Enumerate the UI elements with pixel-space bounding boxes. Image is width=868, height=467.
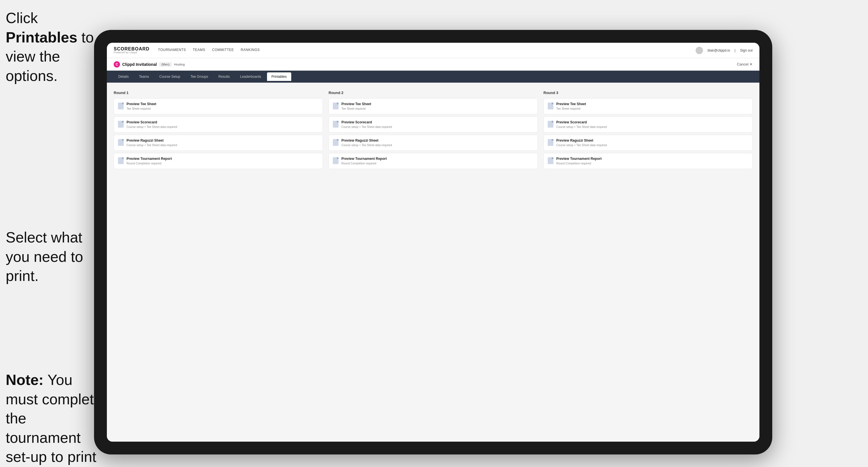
nav-links: TOURNAMENTS TEAMS COMMITTEE RANKINGS bbox=[158, 48, 260, 53]
card-title: Preview Raguzzi Sheet bbox=[126, 138, 318, 143]
round-2-cards: Preview Tee Sheet Tee Sheet required Pre… bbox=[329, 98, 538, 169]
card-title: Preview Raguzzi Sheet bbox=[341, 138, 533, 143]
round-2-title: Round 2 bbox=[329, 91, 538, 95]
round-2-section: Round 2 Preview Tee Sheet Tee Sheet requ… bbox=[329, 91, 538, 169]
card-text: Preview Tee Sheet Tee Sheet required bbox=[341, 102, 533, 111]
sub-header: C Clippd Invitational (Men) Hosting Canc… bbox=[107, 58, 760, 71]
card-title: Preview Scorecard bbox=[126, 120, 318, 124]
card-text: Preview Scorecard Course setup + Tee She… bbox=[341, 120, 533, 129]
tournament-title: C Clippd Invitational (Men) Hosting bbox=[114, 61, 185, 67]
card-subtitle: Course setup + Tee Sheet data required bbox=[556, 125, 748, 129]
card-title: Preview Tournament Report bbox=[126, 157, 318, 161]
round-3-scorecard[interactable]: Preview Scorecard Course setup + Tee She… bbox=[544, 117, 752, 132]
printables-bold: Printables bbox=[6, 29, 77, 45]
card-text: Preview Scorecard Course setup + Tee She… bbox=[126, 120, 318, 129]
round-1-raguzzi[interactable]: Preview Raguzzi Sheet Course setup + Tee… bbox=[114, 135, 323, 151]
tab-leaderboards[interactable]: Leaderboards bbox=[236, 72, 266, 81]
card-title: Preview Tee Sheet bbox=[341, 102, 533, 106]
card-title: Preview Tournament Report bbox=[556, 157, 748, 161]
round-2-tournament-report[interactable]: Preview Tournament Report Round Completi… bbox=[329, 153, 538, 169]
tab-course-setup[interactable]: Course Setup bbox=[155, 72, 185, 81]
doc-icon bbox=[333, 102, 339, 110]
round-3-cards: Preview Tee Sheet Tee Sheet required Pre… bbox=[544, 98, 752, 169]
card-title: Preview Scorecard bbox=[556, 120, 748, 124]
tab-tee-groups[interactable]: Tee Groups bbox=[186, 72, 213, 81]
nav-left: SCOREBOARD Powered by clippd TOURNAMENTS… bbox=[114, 46, 260, 54]
card-text: Preview Scorecard Course setup + Tee She… bbox=[556, 120, 748, 129]
card-subtitle: Course setup + Tee Sheet data required bbox=[126, 125, 318, 129]
tablet: SCOREBOARD Powered by clippd TOURNAMENTS… bbox=[94, 30, 772, 455]
card-text: Preview Raguzzi Sheet Course setup + Tee… bbox=[556, 138, 748, 147]
instruction-bottom: Note: You must complete the tournament s… bbox=[6, 370, 102, 467]
round-1-title: Round 1 bbox=[114, 91, 323, 95]
nav-teams[interactable]: TEAMS bbox=[193, 48, 206, 53]
round-3-tournament-report[interactable]: Preview Tournament Report Round Completi… bbox=[544, 153, 752, 169]
instruction-middle-text: Select what you need to print. bbox=[6, 229, 83, 284]
card-subtitle: Round Completion required bbox=[126, 161, 318, 165]
round-3-raguzzi[interactable]: Preview Raguzzi Sheet Course setup + Tee… bbox=[544, 135, 752, 151]
round-2-tee-sheet[interactable]: Preview Tee Sheet Tee Sheet required bbox=[329, 98, 538, 114]
note-bold: Note: bbox=[6, 372, 43, 388]
cancel-button[interactable]: Cancel ✕ bbox=[737, 62, 752, 66]
nav-tournaments[interactable]: TOURNAMENTS bbox=[158, 48, 186, 53]
card-text: Preview Raguzzi Sheet Course setup + Tee… bbox=[341, 138, 533, 147]
separator: | bbox=[735, 49, 736, 53]
card-subtitle: Tee Sheet required bbox=[126, 107, 318, 111]
card-text: Preview Raguzzi Sheet Course setup + Tee… bbox=[126, 138, 318, 147]
brand: SCOREBOARD Powered by clippd bbox=[114, 46, 150, 54]
doc-icon bbox=[118, 102, 124, 110]
doc-icon bbox=[333, 121, 339, 128]
doc-icon bbox=[548, 157, 553, 164]
doc-icon bbox=[118, 139, 124, 146]
round-3-tee-sheet[interactable]: Preview Tee Sheet Tee Sheet required bbox=[544, 98, 752, 114]
card-subtitle: Course setup + Tee Sheet data required bbox=[341, 143, 533, 147]
doc-icon bbox=[118, 121, 124, 128]
sign-out-link[interactable]: Sign out bbox=[740, 49, 752, 53]
tab-nav: Details Teams Course Setup Tee Groups Re… bbox=[107, 71, 760, 83]
doc-icon bbox=[548, 121, 553, 128]
card-subtitle: Course setup + Tee Sheet data required bbox=[126, 143, 318, 147]
user-avatar bbox=[695, 47, 703, 54]
card-title: Preview Tournament Report bbox=[341, 157, 533, 161]
doc-icon bbox=[333, 157, 339, 164]
doc-icon bbox=[118, 157, 124, 164]
card-subtitle: Round Completion required bbox=[556, 161, 748, 165]
round-3-section: Round 3 Preview Tee Sheet Tee Sheet requ… bbox=[544, 91, 752, 169]
doc-icon bbox=[548, 139, 553, 146]
card-subtitle: Course setup + Tee Sheet data required bbox=[556, 143, 748, 147]
tab-teams[interactable]: Teams bbox=[134, 72, 154, 81]
card-subtitle: Course setup + Tee Sheet data required bbox=[341, 125, 533, 129]
instruction-top: Click Printables to view the options. bbox=[6, 8, 97, 86]
rounds-grid: Round 1 Preview Tee Sheet Tee Sheet requ… bbox=[114, 91, 752, 169]
card-subtitle: Tee Sheet required bbox=[341, 107, 533, 111]
tab-printables[interactable]: Printables bbox=[267, 72, 291, 81]
card-subtitle: Round Completion required bbox=[341, 161, 533, 165]
tab-details[interactable]: Details bbox=[114, 72, 133, 81]
tab-results[interactable]: Results bbox=[214, 72, 234, 81]
main-content: Round 1 Preview Tee Sheet Tee Sheet requ… bbox=[107, 83, 760, 442]
nav-committee[interactable]: COMMITTEE bbox=[212, 48, 234, 53]
card-title: Preview Raguzzi Sheet bbox=[556, 138, 748, 143]
tournament-logo: C bbox=[114, 61, 120, 67]
brand-sub: Powered by clippd bbox=[114, 51, 150, 54]
round-3-title: Round 3 bbox=[544, 91, 752, 95]
brand-title: SCOREBOARD bbox=[114, 46, 150, 52]
tournament-name: Clippd Invitational bbox=[122, 62, 157, 67]
card-text: Preview Tournament Report Round Completi… bbox=[126, 157, 318, 165]
round-2-scorecard[interactable]: Preview Scorecard Course setup + Tee She… bbox=[329, 117, 538, 132]
doc-icon bbox=[548, 102, 553, 110]
tablet-screen: SCOREBOARD Powered by clippd TOURNAMENTS… bbox=[107, 43, 760, 442]
card-text: Preview Tournament Report Round Completi… bbox=[341, 157, 533, 165]
nav-rankings[interactable]: RANKINGS bbox=[241, 48, 260, 53]
doc-icon bbox=[333, 139, 339, 146]
hosting-badge: Hosting bbox=[174, 63, 185, 66]
top-nav: SCOREBOARD Powered by clippd TOURNAMENTS… bbox=[107, 43, 760, 58]
nav-right: blair@clippd.io | Sign out bbox=[695, 47, 752, 54]
round-1-scorecard[interactable]: Preview Scorecard Course setup + Tee She… bbox=[114, 117, 323, 132]
round-2-raguzzi[interactable]: Preview Raguzzi Sheet Course setup + Tee… bbox=[329, 135, 538, 151]
card-title: Preview Tee Sheet bbox=[556, 102, 748, 106]
round-1-tee-sheet[interactable]: Preview Tee Sheet Tee Sheet required bbox=[114, 98, 323, 114]
user-email: blair@clippd.io bbox=[708, 49, 730, 53]
card-title: Preview Scorecard bbox=[341, 120, 533, 124]
round-1-tournament-report[interactable]: Preview Tournament Report Round Completi… bbox=[114, 153, 323, 169]
